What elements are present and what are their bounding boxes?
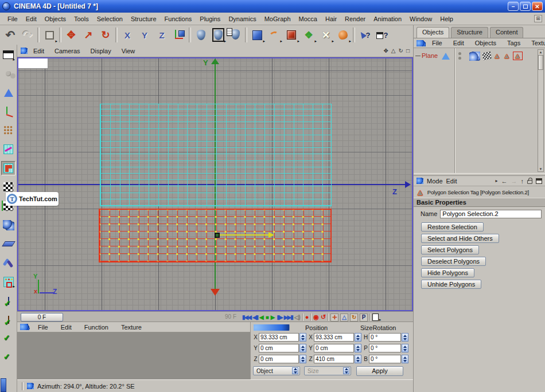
minimize-button[interactable]: –: [508, 2, 519, 11]
add-primitive-icon[interactable]: [248, 26, 266, 44]
render-settings-icon[interactable]: [227, 26, 244, 44]
new-window-icon[interactable]: [536, 178, 542, 184]
pos-y-spinner[interactable]: [299, 344, 306, 352]
record-position-icon[interactable]: ✛: [330, 313, 338, 322]
rot-p-input[interactable]: [369, 344, 401, 352]
object-axis-mode-icon[interactable]: [1, 104, 15, 119]
viewport-menu-view[interactable]: View: [117, 46, 140, 56]
pan-view-icon[interactable]: ✥: [383, 48, 388, 54]
previous-key-icon[interactable]: ◀▮: [252, 315, 258, 320]
material-menu-file[interactable]: File: [33, 323, 53, 332]
add-modeling-object-icon[interactable]: ❖: [300, 26, 317, 44]
mdi-window-icon[interactable]: ⊞: [534, 15, 542, 22]
size-x-input[interactable]: [314, 333, 354, 342]
hide-polygons-button[interactable]: Hide Polygons: [421, 268, 474, 277]
size-z-input[interactable]: [314, 355, 354, 363]
record-icon[interactable]: ●: [305, 314, 309, 320]
material-menu-edit[interactable]: Edit: [56, 323, 77, 332]
menu-edit[interactable]: Edit: [22, 14, 41, 24]
timeline-layout-icon[interactable]: [372, 313, 379, 321]
lock-z-axis-icon[interactable]: Z: [153, 26, 170, 44]
rot-p-spinner[interactable]: [402, 344, 408, 352]
plane-object-icon[interactable]: [442, 53, 450, 60]
polygons-mode-icon[interactable]: [1, 161, 15, 175]
polygon-selection-tag-icon[interactable]: ▲: [514, 52, 521, 60]
stop-icon[interactable]: ■: [266, 315, 269, 320]
polygon-selection-tag-selected[interactable]: ▲: [513, 52, 523, 60]
mode-menu[interactable]: Mode: [427, 178, 443, 185]
pos-x-input[interactable]: [259, 333, 299, 342]
material-menu-texture[interactable]: Texture: [116, 323, 147, 332]
selection-filter-icon[interactable]: [1, 275, 15, 289]
record-rotation-icon[interactable]: ↻: [350, 313, 358, 322]
menu-functions[interactable]: Functions: [161, 14, 196, 24]
rot-h-spinner[interactable]: [402, 333, 408, 342]
restore-button[interactable]: [520, 2, 531, 11]
rot-h-input[interactable]: [369, 333, 401, 342]
record-key-rotation-icon[interactable]: ↺: [321, 314, 326, 320]
command-browser-help-icon[interactable]: ?: [373, 26, 391, 44]
close-button[interactable]: ✕: [532, 2, 543, 11]
context-help-icon[interactable]: ?: [356, 26, 373, 44]
undo-icon[interactable]: ↶: [2, 26, 19, 44]
render-active-objects-icon[interactable]: [209, 26, 227, 44]
om-menu-objects[interactable]: Objects: [470, 38, 501, 48]
live-selection-icon[interactable]: [41, 26, 58, 44]
object-axis-handle[interactable]: [215, 233, 220, 238]
phong-tag-icon[interactable]: [469, 52, 480, 61]
tab-objects[interactable]: Objects: [416, 27, 449, 38]
size-x-spinner[interactable]: [355, 333, 361, 342]
om-menu-file[interactable]: File: [427, 38, 447, 48]
deselect-polygons-button[interactable]: Deselect Polygons: [421, 257, 486, 266]
add-nurbs-icon[interactable]: [283, 26, 300, 44]
add-spline-icon[interactable]: [266, 26, 283, 44]
visibility-dot-icon[interactable]: [458, 52, 461, 55]
viewport-menu-edit[interactable]: Edit: [29, 46, 49, 56]
menu-file[interactable]: File: [3, 14, 22, 24]
coordinate-system-dropdown[interactable]: Object: [253, 366, 300, 375]
layout-palette-icon[interactable]: [1, 48, 15, 62]
polygon-selection-tag-icon[interactable]: ▲: [503, 52, 511, 60]
menu-selection[interactable]: Selection: [93, 14, 127, 24]
goto-end-icon[interactable]: ▶▶▮: [284, 315, 293, 320]
lock-x-axis-icon[interactable]: X: [119, 26, 136, 44]
timeline-slider[interactable]: 0 F: [21, 313, 63, 322]
om-menu-edit[interactable]: Edit: [449, 38, 469, 48]
scale-icon[interactable]: ↗: [80, 26, 97, 44]
model-mode-icon[interactable]: [1, 85, 15, 100]
material-menu-function[interactable]: Function: [79, 323, 114, 332]
tab-content[interactable]: Content: [490, 27, 524, 38]
menu-plugins[interactable]: Plugins: [196, 14, 224, 24]
pos-x-spinner[interactable]: [299, 333, 306, 342]
menu-render[interactable]: Render: [341, 14, 369, 24]
rotate-icon[interactable]: ↻: [97, 26, 114, 44]
record-parameter-icon[interactable]: P: [360, 313, 368, 322]
menu-mocca[interactable]: Mocca: [295, 14, 321, 24]
zoom-view-icon[interactable]: △: [391, 48, 396, 54]
redo-icon[interactable]: ↷: [19, 26, 36, 44]
restore-selection-button[interactable]: Restore Selection: [421, 222, 484, 232]
menu-window[interactable]: Window: [406, 14, 436, 24]
rotate-view-icon[interactable]: ↻: [399, 48, 403, 54]
polygon-selection-tag-icon[interactable]: ▲: [493, 52, 501, 60]
size-y-input[interactable]: [314, 344, 354, 352]
object-list[interactable]: Plane ▲ ▲ ▲ ▲ ▼: [414, 48, 545, 173]
scroll-thumb[interactable]: [538, 55, 543, 70]
autokey-icon[interactable]: ◉: [313, 314, 319, 320]
add-deformer-icon[interactable]: [334, 26, 352, 44]
snap-toggle-icon[interactable]: [1, 293, 15, 308]
om-menu-tags[interactable]: Tags: [503, 38, 525, 48]
menu-dynamics[interactable]: Dynamics: [224, 14, 260, 24]
toggle-view-icon[interactable]: □: [406, 48, 410, 54]
flyout-arrow-icon[interactable]: ▸: [495, 178, 497, 183]
om-menu-texture[interactable]: Texture: [527, 38, 545, 48]
lock-y-axis-icon[interactable]: Y: [136, 26, 153, 44]
basic-properties-header[interactable]: Basic Properties: [414, 198, 545, 207]
viewport[interactable]: Z Y Y x Z: [17, 57, 413, 311]
coordinate-system-icon[interactable]: [170, 26, 188, 44]
rot-b-input[interactable]: [369, 355, 401, 363]
unhide-polygons-button[interactable]: Unhide Polygons: [421, 280, 481, 289]
select-and-hide-others-button[interactable]: Select and Hide Others: [421, 234, 499, 243]
quantize-toggle-icon[interactable]: [1, 312, 15, 327]
menu-animation[interactable]: Animation: [369, 14, 406, 24]
